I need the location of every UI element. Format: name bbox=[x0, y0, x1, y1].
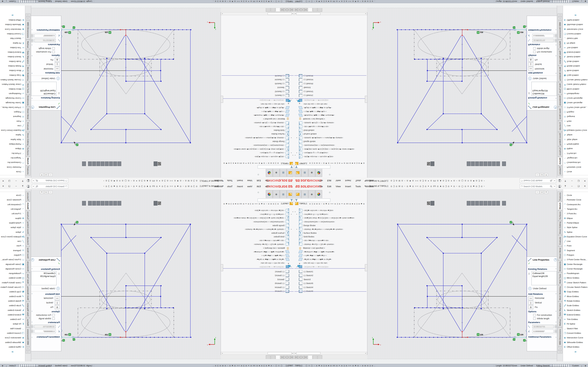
tool-item[interactable]: ⎔Polygon bbox=[0, 110, 25, 114]
tool-item[interactable]: ◠Centerpoint Arc bbox=[0, 202, 25, 207]
option-checkbox-row[interactable]: Infinite length bbox=[527, 317, 558, 320]
toolbar-icon[interactable] bbox=[105, 161, 109, 166]
tool-item[interactable]: ▭Corner Rectangle bbox=[0, 96, 25, 100]
toolbar-icon[interactable] bbox=[122, 162, 125, 166]
tool-item[interactable]: ⊖Ellipse bbox=[563, 216, 588, 220]
spinner[interactable]: ▴▾ bbox=[554, 34, 557, 38]
toolbar-icon[interactable] bbox=[372, 162, 375, 166]
toolbar-icon[interactable] bbox=[193, 201, 197, 205]
tree-root-item[interactable]: TЯPDL2. ◎ Ʒ ◎ Ш ◎ ∘ ◎ ✚ ◎ ⊃⊂ ◎ Ʒ ◎ ✦ ◎ Ϩ… bbox=[295, 202, 366, 205]
tool-item[interactable]: ◌Perimeter Circle bbox=[0, 198, 25, 202]
tool-item[interactable]: ✂Trim Entities bbox=[0, 317, 25, 322]
tree-row[interactable]: (-) Sketch6 bbox=[294, 74, 366, 78]
document-tab[interactable] bbox=[313, 8, 317, 12]
tag-icon[interactable]: ◈ bbox=[1, 364, 5, 367]
tool-item[interactable]: ≀Style Spline bbox=[563, 225, 588, 230]
tool-item[interactable]: ▣Center Rectangle bbox=[0, 100, 25, 105]
toolbar-icon[interactable] bbox=[186, 201, 189, 205]
tree-row[interactable]: (-) Sketch4 bbox=[222, 285, 294, 289]
tool-item[interactable]: ◞Sketch Fillet bbox=[563, 326, 588, 331]
document-tab[interactable] bbox=[266, 8, 270, 12]
toolbar-icon[interactable] bbox=[86, 201, 88, 205]
tool-item[interactable]: ▪Point bbox=[563, 119, 588, 123]
search-box[interactable]: ❒ Search CAD Models ▼ bbox=[32, 184, 68, 189]
tool-item[interactable]: ≋Intersection Curve bbox=[563, 335, 588, 340]
tree-row[interactable]: Design Binder bbox=[294, 224, 366, 227]
doc-window-button[interactable]: – bbox=[49, 173, 52, 176]
toolbar-icon[interactable] bbox=[145, 201, 148, 205]
toolbar-icon[interactable] bbox=[463, 162, 466, 166]
tool-item[interactable]: ◇3 Point Center Recta... bbox=[563, 105, 588, 110]
tree-row[interactable]: (-) Sketch5 bbox=[222, 282, 294, 285]
add-relation-row[interactable]: ⚓Fix bbox=[30, 305, 61, 309]
tool-item[interactable]: ƒxEquation Driven Curve bbox=[563, 234, 588, 239]
tree-row[interactable]: Sketch3 bbox=[222, 277, 294, 281]
search-icon[interactable] bbox=[550, 179, 552, 182]
panel-help-icon[interactable]: ? bbox=[554, 106, 557, 109]
tree-row[interactable]: ☰ Material < not specified > bbox=[222, 246, 294, 250]
vcr-button[interactable]: ▸ bbox=[301, 8, 304, 12]
toolbar-icon[interactable] bbox=[506, 162, 510, 166]
toolbar-icon[interactable] bbox=[209, 162, 212, 166]
command-category-tab[interactable]: Evaluate bbox=[558, 121, 562, 132]
tool-item[interactable]: ⎔Polygon bbox=[563, 253, 588, 257]
tool-item[interactable]: ◇3 Point Center Recta... bbox=[563, 257, 588, 262]
tool-item[interactable]: ▱Parallelogram bbox=[563, 271, 588, 275]
command-category-tab[interactable]: Direct Editing bbox=[26, 221, 30, 235]
tool-item[interactable]: ⧉Copy Entities bbox=[563, 289, 588, 294]
tree-row[interactable]: ◨ Surface Bodies bbox=[222, 231, 294, 235]
restore-button[interactable]: ❏ bbox=[7, 184, 12, 188]
command-category-tab[interactable]: Mesh Modeling bbox=[558, 285, 562, 301]
tool-item[interactable]: ◌Perimeter Circle bbox=[0, 165, 25, 169]
panel-splitter-handle[interactable] bbox=[365, 96, 367, 103]
toolbar-icon[interactable] bbox=[133, 201, 137, 205]
vcr-button[interactable]: ❙◂ bbox=[294, 355, 297, 359]
tool-item[interactable]: ◞Sketch Fillet bbox=[0, 36, 25, 41]
tool-item[interactable]: ◫Mirror Entities bbox=[563, 275, 588, 280]
command-category-tab[interactable]: Mold Tools bbox=[26, 272, 30, 285]
tool-item[interactable]: ᏝFit Spline bbox=[0, 41, 25, 45]
tree-row[interactable]: (-) Sketch2 bbox=[294, 274, 366, 277]
toolbar-icon[interactable] bbox=[88, 161, 92, 166]
toolbar-icon[interactable] bbox=[137, 201, 140, 205]
toolbar-icon[interactable] bbox=[182, 201, 185, 205]
command-category-tab[interactable]: ⋮ bbox=[26, 17, 30, 20]
toolbar-icon[interactable] bbox=[410, 162, 414, 166]
command-category-tab[interactable]: Surfaces bbox=[26, 146, 30, 157]
tool-item[interactable]: ∿Spline bbox=[0, 230, 25, 234]
tree-row[interactable]: ⌖ ○ИN∘9б∘ʀ◎○∘○◎ʀ∘б9∘NИ○ bbox=[294, 102, 366, 106]
scrollbar-thumb[interactable] bbox=[268, 352, 292, 354]
tree-row[interactable]: Sketch3 bbox=[294, 86, 366, 90]
command-category-tab[interactable]: Direct Editing bbox=[558, 132, 562, 146]
tool-item[interactable]: ✂Trim Entities bbox=[563, 317, 588, 322]
tool-item[interactable]: ◠Centerpoint Arc bbox=[0, 160, 25, 165]
tool-item[interactable]: ᏝFit Spline bbox=[563, 322, 588, 326]
add-relation-row[interactable]: —Horizontal bbox=[30, 296, 61, 300]
toolbar-icon[interactable] bbox=[125, 162, 129, 166]
tree-horizontal-scrollbar[interactable]: ◂ ▸ bbox=[294, 12, 367, 15]
toolbar-icon[interactable] bbox=[178, 201, 182, 205]
vcr-button[interactable]: ▸ bbox=[301, 355, 304, 359]
toolbar-icon[interactable] bbox=[383, 162, 387, 166]
vcr-button[interactable]: ▸ bbox=[284, 8, 287, 12]
tool-item[interactable]: ↗Move Entities bbox=[0, 294, 25, 299]
tree-row[interactable]: ❒ Solid Bodies bbox=[222, 129, 294, 132]
tool-item[interactable]: ↗Move Entities bbox=[563, 294, 588, 299]
tool-item[interactable]: ◙Silhouette Entities bbox=[563, 340, 588, 345]
command-category-tab[interactable]: Features bbox=[26, 166, 30, 176]
length-field[interactable]: 10.88152731 bbox=[34, 39, 56, 42]
toolbar-icon[interactable] bbox=[166, 162, 170, 166]
menu-item[interactable]: File bbox=[265, 185, 269, 188]
toolbar-icon[interactable] bbox=[178, 162, 182, 166]
toolbar-icon[interactable] bbox=[427, 162, 430, 166]
toolbar-icon[interactable] bbox=[92, 161, 96, 166]
toolbar-icon[interactable] bbox=[422, 201, 423, 205]
featuremanager-tab[interactable] bbox=[266, 190, 273, 198]
toolbar-icon[interactable] bbox=[414, 201, 418, 205]
tool-item[interactable]: ◠Centerpoint Arc bbox=[563, 160, 588, 165]
close-button[interactable]: ✕ bbox=[583, 179, 587, 183]
toolbar-icon[interactable] bbox=[423, 201, 427, 205]
command-category-tab[interactable]: Surfaces bbox=[558, 210, 562, 221]
toolbar-icon[interactable] bbox=[117, 201, 121, 206]
toolbar-icon[interactable] bbox=[154, 201, 157, 206]
